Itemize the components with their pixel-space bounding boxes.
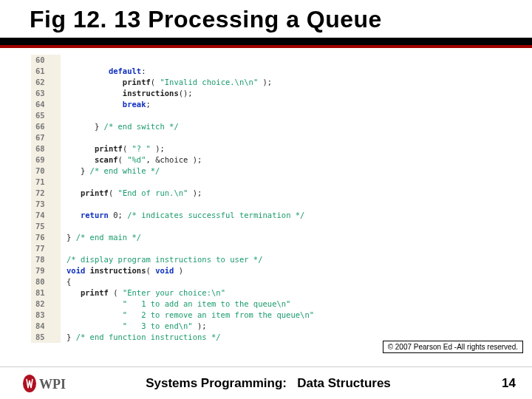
code-line: 72 printf( "End of run.\n" );: [31, 188, 519, 199]
line-number: 64: [31, 99, 61, 110]
code-line: 73: [31, 199, 519, 210]
line-number: 82: [31, 299, 61, 310]
line-number: 65: [31, 110, 61, 121]
footer-course: Systems Programming:: [146, 376, 287, 390]
code-line: 75: [31, 221, 519, 232]
line-number: 67: [31, 132, 61, 143]
code-line: 74 return 0; /* indicates successful ter…: [31, 210, 519, 221]
code-text: scanf( "%d", &choice );: [61, 154, 202, 166]
code-line: 70 } /* end while */: [31, 166, 519, 177]
code-line: 79void instructions( void ): [31, 265, 519, 276]
code-text: " 3 to end\n" );: [61, 321, 207, 332]
copyright-notice: © 2007 Pearson Ed -All rights reserved.: [383, 341, 523, 353]
slide: Fig 12. 13 Processing a Queue 6061 defau…: [0, 0, 532, 399]
code-text: void instructions( void ): [61, 265, 183, 276]
code-line: 78/* display program instructions to use…: [31, 254, 519, 265]
code-text: default:: [61, 66, 146, 77]
code-line: 81 printf ( "Enter your choice:\n": [31, 287, 519, 299]
line-number: 71: [31, 177, 61, 188]
code-line: 66 } /* end switch */: [31, 121, 519, 132]
code-text: printf( "? " );: [61, 143, 165, 154]
code-line: 60: [31, 55, 519, 66]
code-text: return 0; /* indicates successful termin…: [61, 210, 304, 221]
code-text: printf ( "Enter your choice:\n": [61, 287, 225, 299]
code-text: } /* end main */: [61, 232, 141, 243]
page-number: 14: [495, 376, 532, 391]
line-number: 84: [31, 321, 61, 332]
code-line: 69 scanf( "%d", &choice );: [31, 154, 519, 166]
line-number: 85: [31, 332, 61, 343]
line-number: 81: [31, 287, 61, 299]
code-line: 71: [31, 177, 519, 188]
line-number: 77: [31, 243, 61, 254]
code-text: instructions();: [61, 88, 193, 99]
code-listing: 6061 default:62 printf( "Invalid choice.…: [31, 55, 519, 356]
line-number: 70: [31, 166, 61, 177]
code-line: 61 default:: [31, 66, 519, 77]
code-line: 62 printf( "Invalid choice.\n\n" );: [31, 77, 519, 88]
line-number: 80: [31, 276, 61, 287]
code-line: 82 " 1 to add an item to the queue\n": [31, 299, 519, 310]
code-text: } /* end function instructions */: [61, 332, 221, 343]
line-number: 61: [31, 66, 61, 77]
slide-title: Fig 12. 13 Processing a Queue: [0, 0, 532, 38]
code-line: 64 break;: [31, 99, 519, 110]
footer-topic: Data Structures: [297, 376, 391, 390]
line-number: 76: [31, 232, 61, 243]
code-line: 63 instructions();: [31, 88, 519, 99]
code-line: 65: [31, 110, 519, 121]
title-underline: [0, 38, 532, 45]
line-number: 75: [31, 221, 61, 232]
code-line: 80{: [31, 276, 519, 287]
code-text: } /* end switch */: [61, 121, 179, 132]
line-number: 78: [31, 254, 61, 265]
code-line: 83 " 2 to remove an item from the queue\…: [31, 310, 519, 321]
code-text: {: [61, 276, 71, 287]
line-number: 69: [31, 154, 61, 166]
code-text: printf( "Invalid choice.\n\n" );: [61, 77, 272, 88]
footer: WPI Systems Programming: Data Structures…: [0, 366, 532, 399]
line-number: 74: [31, 210, 61, 221]
line-number: 68: [31, 143, 61, 154]
line-number: 83: [31, 310, 61, 321]
code-text: /* display program instructions to user …: [61, 254, 263, 265]
code-text: printf( "End of run.\n" );: [61, 188, 202, 199]
code-line: 84 " 3 to end\n" );: [31, 321, 519, 332]
line-number: 66: [31, 121, 61, 132]
code-text: } /* end while */: [61, 166, 160, 177]
code-text: " 2 to remove an item from the queue\n": [61, 310, 314, 321]
line-number: 63: [31, 88, 61, 99]
footer-text: Systems Programming: Data Structures: [41, 376, 495, 391]
line-number: 72: [31, 188, 61, 199]
line-number: 62: [31, 77, 61, 88]
code-line: 67: [31, 132, 519, 143]
code-line: 68 printf( "? " );: [31, 143, 519, 154]
code-text: " 1 to add an item to the queue\n": [61, 299, 290, 310]
title-redbar: [0, 45, 532, 48]
code-line: 76} /* end main */: [31, 232, 519, 243]
line-number: 79: [31, 265, 61, 276]
code-text: break;: [61, 99, 151, 110]
line-number: 73: [31, 199, 61, 210]
line-number: 60: [31, 55, 61, 66]
code-line: 77: [31, 243, 519, 254]
